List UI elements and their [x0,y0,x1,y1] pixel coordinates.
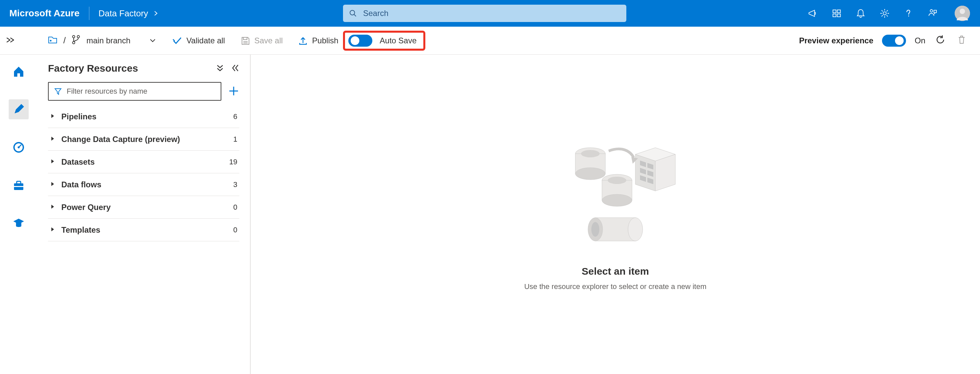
resource-item-dataflows[interactable]: Data flows 3 [48,173,239,196]
resource-item-powerquery[interactable]: Power Query 0 [48,196,239,219]
trash-icon [957,35,967,45]
svg-line-1 [354,14,356,16]
preview-toggle[interactable] [882,35,906,47]
resource-item-label: Pipelines [61,112,233,121]
gauge-icon [12,141,25,154]
authoring-canvas: Select an item Use the resource explorer… [251,55,980,374]
publish-button[interactable]: Publish [298,36,338,46]
chevron-right-icon [50,113,55,120]
panel-icon[interactable] [831,8,842,19]
authoring-toolbar: / main branch Validate all Save all Publ… [0,27,980,55]
svg-marker-22 [655,154,675,191]
save-icon [240,36,250,46]
svg-rect-3 [837,10,840,13]
resources-title: Factory Resources [48,63,138,74]
brand-label[interactable]: Microsoft Azure [10,8,89,19]
autosave-label: Auto Save [380,36,417,45]
svg-rect-4 [833,14,836,17]
collapse-panel-button[interactable] [231,64,239,73]
chevron-right-icon [50,136,55,142]
search-icon [349,10,357,18]
validate-all-button[interactable]: Validate all [172,36,225,46]
svg-point-13 [77,35,80,38]
refresh-button[interactable] [935,35,945,47]
chevron-right-icon [50,159,55,165]
global-search[interactable] [343,5,626,22]
help-icon[interactable] [903,8,914,19]
nav-learn[interactable] [9,213,29,233]
gear-icon[interactable] [879,8,890,19]
chevron-right-icon [50,204,55,210]
svg-point-11 [73,35,75,38]
nav-manage[interactable] [9,175,29,195]
nav-monitor[interactable] [9,137,29,158]
resource-list: Pipelines 6 Change Data Capture (preview… [48,105,239,241]
empty-state-subtitle: Use the resource explorer to select or c… [524,282,707,291]
repo-icon [47,35,58,46]
svg-point-37 [608,177,626,184]
resource-filter-input[interactable] [67,87,215,95]
publish-label: Publish [312,36,338,45]
toolbox-icon [12,179,25,192]
empty-state-title: Select an item [582,266,649,277]
git-branch-icon [71,35,81,47]
resource-item-count: 0 [233,226,237,234]
service-name[interactable]: Data Factory [89,8,162,19]
resource-item-cdc[interactable]: Change Data Capture (preview) 1 [48,128,239,151]
resource-item-label: Power Query [61,203,233,212]
resource-item-count: 3 [233,180,237,189]
delete-button[interactable] [957,35,967,47]
svg-rect-19 [14,186,23,187]
double-chevron-left-icon [231,64,239,72]
preview-on-label: On [915,36,925,45]
search-input[interactable] [357,9,626,18]
resource-item-datasets[interactable]: Datasets 19 [48,151,239,173]
pencil-icon [12,103,25,116]
resource-item-label: Datasets [61,158,229,167]
megaphone-icon[interactable] [807,8,818,19]
svg-point-10 [50,40,52,41]
svg-point-0 [350,10,355,15]
save-all-button: Save all [240,36,283,46]
svg-rect-5 [837,14,840,17]
user-avatar[interactable] [955,6,970,21]
add-resource-button[interactable] [228,85,239,98]
svg-point-12 [73,41,75,44]
collapse-all-button[interactable] [216,64,224,73]
resource-item-count: 6 [233,112,237,121]
expand-sidebar-button[interactable] [5,34,17,46]
autosave-highlight: Auto Save [343,31,425,51]
svg-point-7 [930,10,933,12]
resource-item-label: Change Data Capture (preview) [61,135,233,144]
resource-item-count: 1 [233,135,237,144]
home-icon [12,65,25,78]
svg-point-39 [591,222,599,237]
resource-item-templates[interactable]: Templates 0 [48,219,239,241]
factory-resources-panel: Factory Resources Pipelines 6 Change Dat… [37,55,251,374]
feedback-icon[interactable] [928,8,938,19]
svg-point-16 [18,146,20,148]
double-chevron-down-icon [216,64,224,72]
service-label: Data Factory [99,8,148,19]
validate-all-label: Validate all [186,36,225,45]
nav-home[interactable] [9,61,29,81]
upload-icon [298,36,308,46]
svg-rect-2 [833,10,836,13]
resource-item-pipelines[interactable]: Pipelines 6 [48,105,239,128]
checkmark-icon [172,36,182,46]
refresh-icon [935,35,945,45]
left-side-nav [0,55,37,374]
resource-filter-box[interactable] [48,82,221,101]
preview-experience-group: Preview experience On [799,35,925,47]
nav-author[interactable] [9,99,29,119]
preview-experience-label: Preview experience [799,36,873,45]
branch-selector[interactable]: / main branch [47,35,157,47]
autosave-toggle[interactable] [348,35,372,47]
svg-point-9 [960,9,965,14]
bell-icon[interactable] [855,8,866,19]
chevron-down-icon [149,37,157,45]
resource-item-count: 19 [229,158,237,166]
svg-point-33 [581,150,600,158]
svg-rect-18 [17,181,21,184]
breadcrumb-slash: / [63,35,66,46]
